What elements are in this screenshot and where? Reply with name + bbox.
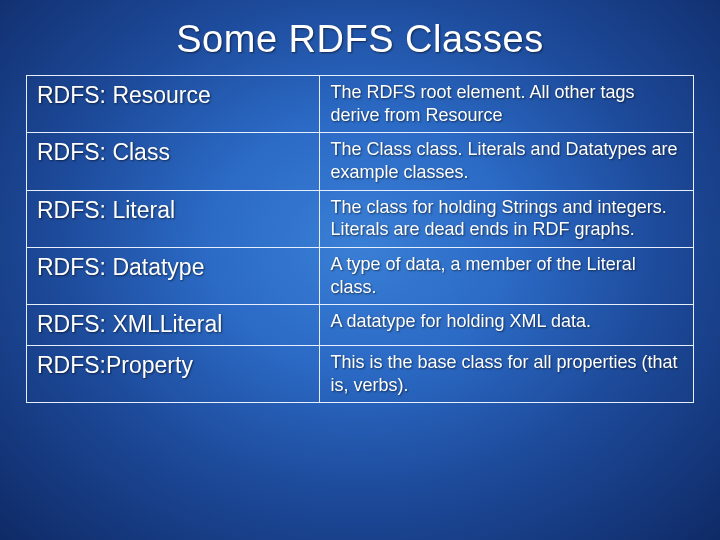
classes-table: RDFS: Resource The RDFS root element. Al… — [26, 75, 694, 403]
table-row: RDFS: Literal The class for holding Stri… — [27, 190, 694, 247]
table-row: RDFS: XMLLiteral A datatype for holding … — [27, 305, 694, 346]
table-row: RDFS:Property This is the base class for… — [27, 346, 694, 403]
class-name: RDFS: Class — [27, 133, 320, 190]
class-name: RDFS: Literal — [27, 190, 320, 247]
class-desc: This is the base class for all propertie… — [320, 346, 694, 403]
class-name: RDFS: Resource — [27, 76, 320, 133]
class-desc: The class for holding Strings and intege… — [320, 190, 694, 247]
table-row: RDFS: Datatype A type of data, a member … — [27, 248, 694, 305]
class-name: RDFS:Property — [27, 346, 320, 403]
slide: Some RDFS Classes RDFS: Resource The RDF… — [0, 0, 720, 540]
page-title: Some RDFS Classes — [26, 18, 694, 61]
class-name: RDFS: Datatype — [27, 248, 320, 305]
class-name: RDFS: XMLLiteral — [27, 305, 320, 346]
class-desc: A datatype for holding XML data. — [320, 305, 694, 346]
table-row: RDFS: Resource The RDFS root element. Al… — [27, 76, 694, 133]
class-desc: The RDFS root element. All other tags de… — [320, 76, 694, 133]
class-desc: A type of data, a member of the Literal … — [320, 248, 694, 305]
class-desc: The Class class. Literals and Datatypes … — [320, 133, 694, 190]
table-row: RDFS: Class The Class class. Literals an… — [27, 133, 694, 190]
